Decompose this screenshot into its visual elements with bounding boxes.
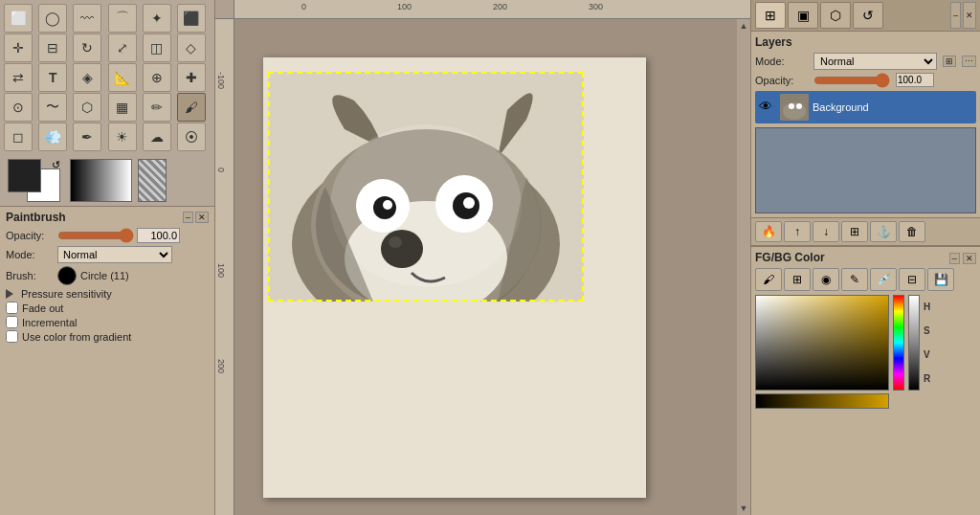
clone-tool[interactable]: ⊙ <box>4 93 33 122</box>
path-tool[interactable]: ⌒ <box>108 4 137 33</box>
brush-name[interactable]: Circle (11) <box>80 270 129 281</box>
fgbg-pattern-tab[interactable]: ⊞ <box>784 268 811 291</box>
layer-item[interactable]: 👁 Background <box>755 91 976 123</box>
rotate-tool[interactable]: ↻ <box>73 34 101 62</box>
fade-label: Fade out <box>22 302 63 314</box>
color-picker-tool[interactable]: ◈ <box>73 63 101 92</box>
incremental-checkbox[interactable] <box>6 316 18 328</box>
saturation-letter[interactable]: S <box>924 325 930 336</box>
rect-select-tool[interactable]: ⬜ <box>4 4 33 33</box>
bucket-fill-tool[interactable]: ⬡ <box>73 93 101 122</box>
ellipse-select-tool[interactable]: ◯ <box>38 4 67 33</box>
flip-tool[interactable]: ⇄ <box>4 63 33 92</box>
paths-tab[interactable]: ⬡ <box>820 2 851 29</box>
history-tab[interactable]: ↺ <box>853 2 883 29</box>
measure-tool[interactable]: 📐 <box>108 63 137 92</box>
value-letter[interactable]: V <box>924 349 930 360</box>
opacity-slider[interactable] <box>57 230 134 241</box>
color-hue-bar[interactable] <box>893 295 904 391</box>
new-layer-btn[interactable]: ⊞ <box>841 221 868 242</box>
new-layer-from-visible-btn[interactable]: 🔥 <box>755 221 782 242</box>
pencil-tool[interactable]: ✏ <box>143 93 171 122</box>
layers-tab[interactable]: ⊞ <box>755 2 786 29</box>
layer-mode-select[interactable]: Normal <box>813 53 937 70</box>
fgbg-header: FG/BG Color – ✕ <box>755 251 976 264</box>
fgbg-color-tab[interactable]: ◉ <box>813 268 839 291</box>
color-saturation-bar[interactable] <box>908 295 920 391</box>
vertical-scrollbar[interactable]: ▲ ▼ <box>737 19 750 515</box>
blend-tool[interactable]: ▦ <box>108 93 137 122</box>
reset-colors-icon[interactable]: ↺ <box>52 159 60 171</box>
by-color-select-tool[interactable]: ⬛ <box>177 4 206 33</box>
delete-layer-btn[interactable]: 🗑 <box>899 221 925 242</box>
brush-preview[interactable] <box>57 266 77 285</box>
fg-color[interactable] <box>8 159 41 192</box>
scroll-down-arrow[interactable]: ▼ <box>740 502 748 515</box>
smudge-tool[interactable]: 〜 <box>38 93 67 122</box>
channels-tab[interactable]: ▣ <box>788 2 818 29</box>
svg-point-17 <box>789 103 794 109</box>
free-select-tool[interactable]: 〰 <box>73 4 101 33</box>
panel-minimize-btn[interactable]: – <box>950 2 961 29</box>
layer-up-btn[interactable]: ↑ <box>784 221 811 242</box>
ruler-label-300: 300 <box>589 2 603 11</box>
fgbg-minimize-btn[interactable]: – <box>949 253 960 264</box>
heal-tool[interactable]: ✚ <box>177 63 206 92</box>
ink-tool[interactable]: ✒ <box>73 123 101 151</box>
brush-label: Brush: <box>6 270 54 281</box>
toolbox: ⬜ ◯ 〰 ⌒ ✦ ⬛ ✛ ⊟ ↻ ⤢ ◫ ◇ ⇄ T ◈ 📐 ⊕ ✚ ⊙ 〜 … <box>0 0 215 515</box>
zoom-tool[interactable]: ⊕ <box>143 63 171 92</box>
opacity-value[interactable] <box>137 228 180 243</box>
pressure-expander-icon[interactable] <box>6 289 13 299</box>
mode-select[interactable]: Normal <box>57 246 172 263</box>
layer-opacity-value[interactable] <box>896 73 934 87</box>
airbrush-tool[interactable]: 💨 <box>38 123 67 151</box>
color-bottom-bar[interactable] <box>755 393 889 409</box>
move-tool[interactable]: ✛ <box>4 34 33 62</box>
fgbg-close-btn[interactable]: ✕ <box>963 253 976 264</box>
fgbg-save-tab[interactable]: 💾 <box>927 268 954 291</box>
layer-mode-options-btn[interactable]: ⋯ <box>962 56 976 67</box>
align-tool[interactable]: ⊟ <box>38 34 67 62</box>
panel-close-btn[interactable]: ✕ <box>963 2 976 29</box>
fuzzy-select-tool[interactable]: ✦ <box>143 4 171 33</box>
fgbg-pencil-tab[interactable]: ✎ <box>841 268 868 291</box>
ruler-label-100: 100 <box>397 2 412 11</box>
perspective-tool[interactable]: ◇ <box>177 34 206 62</box>
tool-grid: ⬜ ◯ 〰 ⌒ ✦ ⬛ ✛ ⊟ ↻ ⤢ ◫ ◇ ⇄ T ◈ 📐 ⊕ ✚ ⊙ 〜 … <box>0 0 214 155</box>
incremental-row: Incremental <box>6 316 209 328</box>
fgbg-dropper-tab[interactable]: 💉 <box>870 268 897 291</box>
convolve-tool[interactable]: ⦿ <box>177 123 206 151</box>
paintbrush-tool[interactable]: 🖌 <box>177 93 206 122</box>
color-gradient-picker[interactable] <box>755 295 889 391</box>
color-area: ↺ <box>0 155 214 206</box>
layer-down-btn[interactable]: ↓ <box>813 221 839 242</box>
text-tool[interactable]: T <box>38 63 67 92</box>
options-close-btn[interactable]: ✕ <box>195 212 209 223</box>
v-ruler-label-200: 100 <box>216 263 226 278</box>
fade-checkbox[interactable] <box>6 302 18 314</box>
layer-mode-expand-btn[interactable]: ⊞ <box>943 56 956 67</box>
fgbg-merge-tab[interactable]: ⊟ <box>899 268 925 291</box>
options-title: Paintbrush – ✕ <box>6 211 209 224</box>
options-panel: Paintbrush – ✕ Opacity: Mode: Normal Bru… <box>0 206 214 515</box>
layer-name: Background <box>813 101 869 113</box>
hue-letter[interactable]: H <box>924 302 930 312</box>
fg-bg-box[interactable]: ↺ <box>8 159 60 202</box>
smudge2-tool[interactable]: ☁ <box>143 123 171 151</box>
pattern-preview[interactable] <box>138 159 167 202</box>
scale-tool[interactable]: ⤢ <box>108 34 137 62</box>
shear-tool[interactable]: ◫ <box>143 34 171 62</box>
layer-visibility-icon[interactable]: 👁 <box>759 99 776 116</box>
gradient-preview[interactable] <box>70 159 132 202</box>
eraser-tool[interactable]: ◻ <box>4 123 33 151</box>
canvas-bg[interactable] <box>234 19 737 515</box>
fgbg-paint-tab[interactable]: 🖌 <box>755 268 782 291</box>
scroll-up-arrow[interactable]: ▲ <box>740 19 748 33</box>
options-minimize-btn[interactable]: – <box>183 212 193 223</box>
layer-opacity-slider[interactable] <box>813 75 890 86</box>
color-gradient-checkbox[interactable] <box>6 330 18 343</box>
red-letter[interactable]: R <box>924 373 930 384</box>
anchor-layer-btn[interactable]: ⚓ <box>870 221 897 242</box>
dodge-burn-tool[interactable]: ☀ <box>108 123 137 151</box>
